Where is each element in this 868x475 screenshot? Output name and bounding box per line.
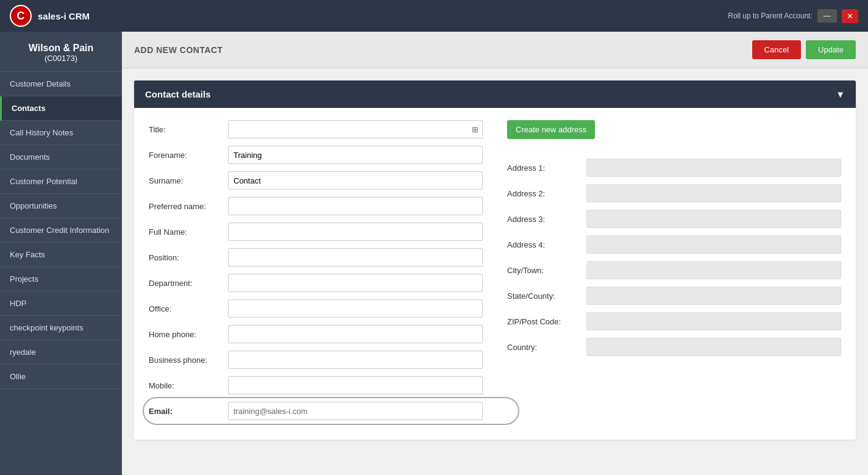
navbar-close-button[interactable]: ✕ (842, 9, 858, 23)
cancel-button[interactable]: Cancel (752, 40, 801, 59)
home-phone-input[interactable] (228, 325, 483, 343)
email-row: Email: (149, 402, 483, 420)
address1-label: Address 1: (507, 163, 586, 173)
address4-label: Address 4: (507, 240, 586, 249)
title-dropdown-icon[interactable]: ⊞ (468, 125, 482, 134)
forename-row: Forename: (149, 146, 483, 164)
department-label: Department: (149, 279, 228, 288)
address4-input[interactable] (586, 235, 841, 254)
form-left-col: Title: ⊞ Forename: Surname: (149, 120, 483, 427)
roll-up-button[interactable]: — (817, 9, 837, 23)
title-row: Title: ⊞ (149, 120, 483, 138)
page-title: ADD NEW CONTACT (134, 45, 223, 55)
mobile-label: Mobile: (149, 381, 228, 390)
address1-input[interactable] (586, 159, 841, 177)
mobile-row: Mobile: (149, 376, 483, 395)
country-row: Country: (507, 338, 841, 356)
country-input[interactable] (586, 338, 841, 356)
city-input[interactable] (586, 261, 841, 279)
collapse-icon[interactable]: ▼ (836, 89, 845, 99)
sidebar-item-checkpoint[interactable]: checkpoint keypoints (0, 316, 122, 340)
sidebar-link-contacts[interactable]: Contacts (2, 96, 122, 120)
home-phone-label: Home phone: (149, 330, 228, 339)
sidebar-link-call-history[interactable]: Call History Notes (0, 121, 122, 145)
business-phone-input[interactable] (228, 351, 483, 369)
full-name-input[interactable] (228, 223, 483, 241)
sidebar-nav: Customer Details Contacts Call History N… (0, 72, 122, 389)
sidebar-link-projects[interactable]: Projects (0, 267, 122, 291)
app-logo: C sales-i CRM (10, 5, 90, 27)
sidebar-item-ryedale[interactable]: ryedale (0, 340, 122, 365)
title-input[interactable] (229, 121, 468, 138)
address2-row: Address 2: (507, 184, 841, 202)
sidebar-link-customer-potential[interactable]: Customer Potential (0, 170, 122, 193)
zip-label: ZIP/Post Code: (507, 317, 586, 326)
email-row-wrapper: Email: (149, 402, 483, 420)
address-col: Create new address Address 1: Address 2: (507, 120, 841, 427)
sidebar-link-ollie[interactable]: Ollie (0, 365, 122, 388)
state-row: State/County: (507, 287, 841, 305)
sidebar-item-key-facts[interactable]: Key Facts (0, 243, 122, 267)
page-header-actions: Cancel Update (752, 40, 856, 59)
state-input[interactable] (586, 287, 841, 305)
panel-title: Contact details (145, 89, 211, 99)
sidebar-item-contacts[interactable]: Contacts (0, 96, 122, 121)
sidebar-item-ollie[interactable]: Ollie (0, 365, 122, 389)
sidebar-item-customer-details[interactable]: Customer Details (0, 72, 122, 96)
office-row: Office: (149, 299, 483, 318)
address3-input[interactable] (586, 210, 841, 228)
position-label: Position: (149, 253, 228, 262)
panel-header: Contact details ▼ (134, 80, 856, 108)
mobile-input[interactable] (228, 376, 483, 395)
sidebar-link-documents[interactable]: Documents (0, 145, 122, 169)
office-label: Office: (149, 304, 228, 313)
sidebar-link-hdp[interactable]: HDP (0, 291, 122, 315)
sidebar-item-projects[interactable]: Projects (0, 267, 122, 291)
main-layout: Wilson & Pain (C00173) Customer Details … (0, 32, 868, 475)
title-label: Title: (149, 125, 228, 134)
preferred-name-input[interactable] (228, 197, 483, 215)
office-input[interactable] (228, 299, 483, 318)
title-input-wrapper: ⊞ (228, 120, 483, 138)
sidebar-item-hdp[interactable]: HDP (0, 291, 122, 316)
update-button[interactable]: Update (806, 40, 856, 59)
address3-row: Address 3: (507, 210, 841, 228)
sidebar-item-credit-info[interactable]: Customer Credit Information (0, 218, 122, 243)
company-name: Wilson & Pain (7, 43, 115, 54)
email-input[interactable] (228, 402, 483, 420)
address2-input[interactable] (586, 184, 841, 202)
navbar-right: Roll up to Parent Account: — ✕ (728, 9, 858, 23)
surname-input[interactable] (228, 171, 483, 190)
position-row: Position: (149, 248, 483, 266)
sidebar-link-ryedale[interactable]: ryedale (0, 340, 122, 364)
email-label: Email: (149, 407, 228, 416)
state-label: State/County: (507, 291, 586, 301)
sidebar-link-opportunities[interactable]: Opportunities (0, 194, 122, 218)
page-header: ADD NEW CONTACT Cancel Update (122, 32, 868, 68)
preferred-name-label: Preferred name: (149, 202, 228, 211)
address2-label: Address 2: (507, 189, 586, 198)
business-phone-row: Business phone: (149, 351, 483, 369)
app-name: sales-i CRM (38, 11, 90, 21)
sidebar-link-credit-info[interactable]: Customer Credit Information (0, 218, 122, 242)
address1-row: Address 1: (507, 159, 841, 177)
city-label: City/Town: (507, 266, 586, 275)
sidebar-link-checkpoint[interactable]: checkpoint keypoints (0, 316, 122, 340)
position-input[interactable] (228, 248, 483, 266)
business-phone-label: Business phone: (149, 355, 228, 365)
zip-input[interactable] (586, 312, 841, 330)
forename-input[interactable] (228, 146, 483, 164)
department-input[interactable] (228, 274, 483, 292)
sidebar-link-key-facts[interactable]: Key Facts (0, 243, 122, 266)
sidebar-link-customer-details[interactable]: Customer Details (0, 72, 122, 96)
sidebar-item-documents[interactable]: Documents (0, 145, 122, 170)
forename-label: Forename: (149, 151, 228, 160)
contact-details-panel: Contact details ▼ Title: ⊞ (134, 80, 856, 440)
logo-icon: C (10, 5, 32, 27)
country-label: Country: (507, 343, 586, 352)
sidebar-item-customer-potential[interactable]: Customer Potential (0, 170, 122, 194)
create-address-button[interactable]: Create new address (507, 120, 595, 139)
sidebar-item-call-history[interactable]: Call History Notes (0, 121, 122, 145)
sidebar-item-opportunities[interactable]: Opportunities (0, 194, 122, 218)
city-row: City/Town: (507, 261, 841, 279)
